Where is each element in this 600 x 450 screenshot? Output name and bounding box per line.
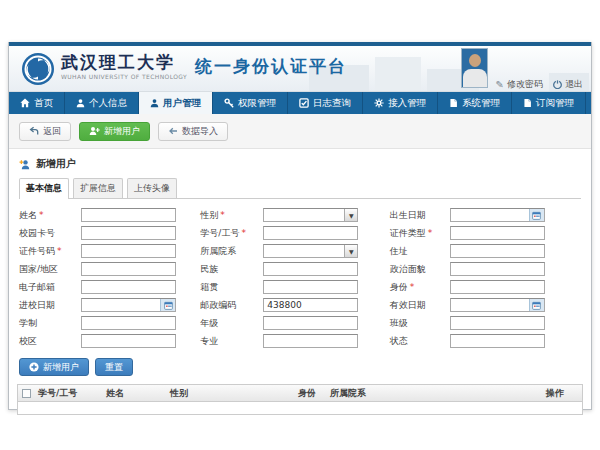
change-password-link[interactable]: ✎ 修改密码: [496, 78, 543, 91]
valid-date-value: [451, 299, 529, 311]
tab-extended-info[interactable]: 扩展信息: [73, 178, 123, 198]
submit-add-user-label: 新增用户: [43, 361, 79, 374]
tab-upload-avatar[interactable]: 上传头像: [127, 178, 177, 198]
page-icon: [449, 98, 458, 108]
gender-label: 性别*: [200, 209, 263, 222]
user-avatar[interactable]: [461, 48, 488, 88]
nav-item-log-query[interactable]: 日志查询: [288, 92, 363, 114]
form-actions: 新增用户 重置: [19, 350, 581, 384]
email-input[interactable]: [81, 280, 176, 294]
key-icon: [224, 98, 234, 108]
back-arrow-icon: [29, 126, 39, 136]
change-password-label: 修改密码: [507, 78, 543, 91]
student-employee-id-input[interactable]: [263, 226, 358, 240]
data-import-button[interactable]: 数据导入: [158, 122, 228, 141]
reset-button[interactable]: 重置: [95, 358, 133, 376]
native-place-input[interactable]: [263, 280, 358, 294]
birth-date-value: [451, 209, 529, 221]
submit-add-user-button[interactable]: 新增用户: [19, 358, 89, 376]
name-label: 姓名*: [19, 209, 81, 222]
name-input[interactable]: [81, 208, 176, 222]
status-input[interactable]: [450, 334, 545, 348]
form-row-id-type: 证件类型*: [390, 224, 581, 242]
nav-item-access-management[interactable]: 接入管理: [363, 92, 438, 114]
valid-date-date-input[interactable]: [450, 298, 545, 312]
power-icon: [553, 80, 562, 89]
schooling-length-input[interactable]: [81, 316, 176, 330]
campus-input[interactable]: [81, 334, 176, 348]
id-number-input[interactable]: [81, 244, 176, 258]
nav-item-user-management[interactable]: 用户管理: [139, 92, 213, 114]
entry-date-label: 进校日期: [19, 299, 81, 312]
chevron-down-icon[interactable]: ▼: [344, 209, 357, 221]
nav-item-personal-info[interactable]: 个人信息: [65, 92, 139, 114]
address-label: 住址: [390, 245, 450, 258]
email-label: 电子邮箱: [19, 281, 81, 294]
country-region-label: 国家/地区: [19, 263, 81, 276]
gender-select[interactable]: ▼: [263, 208, 358, 222]
id-type-input[interactable]: [450, 226, 545, 240]
department-value: [264, 245, 344, 257]
calendar-icon[interactable]: [529, 209, 544, 221]
form-row-campus-card-number: 校园卡号: [19, 224, 200, 242]
form-row-email: 电子邮箱: [19, 278, 200, 296]
identity-input[interactable]: [450, 280, 545, 294]
nav-item-label: 系统管理: [462, 97, 500, 110]
nav-item-home[interactable]: 首页: [9, 92, 65, 114]
postal-code-input[interactable]: [263, 298, 358, 312]
column-header-1: 学号/工号: [34, 387, 102, 400]
political-status-input[interactable]: [450, 262, 545, 276]
form-row-student-employee-id: 学号/工号*: [200, 224, 389, 242]
logout-link[interactable]: 退出: [553, 78, 583, 91]
campus-card-number-label: 校园卡号: [19, 227, 81, 240]
birth-date-date-input[interactable]: [450, 208, 545, 222]
political-status-label: 政治面貌: [390, 263, 450, 276]
chevron-down-icon[interactable]: ▼: [344, 245, 357, 257]
grade-input[interactable]: [263, 316, 358, 330]
select-all-checkbox[interactable]: [22, 389, 31, 398]
gear-icon: [374, 98, 384, 108]
data-import-label: 数据导入: [182, 125, 218, 138]
add-user-toolbar-label: 新增用户: [104, 125, 140, 138]
add-user-icon: [19, 159, 31, 170]
department-label: 所属院系: [200, 245, 263, 258]
id-type-label: 证件类型*: [390, 227, 450, 240]
nav-item-system-management[interactable]: 系统管理: [438, 92, 512, 114]
person-icon: [76, 98, 85, 108]
required-marker: *: [57, 246, 62, 256]
person-icon: [150, 98, 159, 108]
class-label: 班级: [390, 317, 450, 330]
calendar-icon[interactable]: [529, 299, 544, 311]
campus-label: 校区: [19, 335, 81, 348]
country-region-input[interactable]: [81, 262, 176, 276]
calendar-icon[interactable]: [160, 299, 175, 311]
tab-bar: 基本信息扩展信息上传头像: [19, 178, 581, 199]
form-row-id-number: 证件号码*: [19, 242, 200, 260]
user-table: 学号/工号姓名性别身份所属院系操作: [17, 384, 583, 415]
major-input[interactable]: [263, 334, 358, 348]
status-label: 状态: [390, 335, 450, 348]
add-user-toolbar-button[interactable]: 新增用户: [79, 122, 150, 141]
form-row-schooling-length: 学制: [19, 314, 200, 332]
nav-item-label: 日志查询: [313, 97, 351, 110]
entry-date-date-input[interactable]: [81, 298, 176, 312]
avatar-figure: [463, 69, 487, 88]
nav-item-permission-management[interactable]: 权限管理: [213, 92, 288, 114]
department-select[interactable]: ▼: [263, 244, 358, 258]
ethnicity-input[interactable]: [263, 262, 358, 276]
brand-text: 武汉理工大学 WUHAN UNIVERSITY OF TECHNOLOGY: [61, 53, 187, 80]
back-label: 返回: [43, 125, 61, 138]
form-row-gender: 性别*▼: [200, 206, 389, 224]
campus-card-number-input[interactable]: [81, 226, 176, 240]
form-row-class: 班级: [390, 314, 581, 332]
address-input[interactable]: [450, 244, 545, 258]
column-header-4: 身份: [294, 387, 326, 400]
nav-item-subscription-management[interactable]: 订阅管理: [512, 92, 586, 114]
class-input[interactable]: [450, 316, 545, 330]
tab-basic-info[interactable]: 基本信息: [19, 178, 69, 199]
log-icon: [299, 98, 309, 108]
skyline-decoration: [375, 57, 421, 91]
nav-item-label: 订阅管理: [536, 97, 574, 110]
back-button[interactable]: 返回: [19, 122, 71, 141]
university-logo-icon: [21, 52, 55, 86]
